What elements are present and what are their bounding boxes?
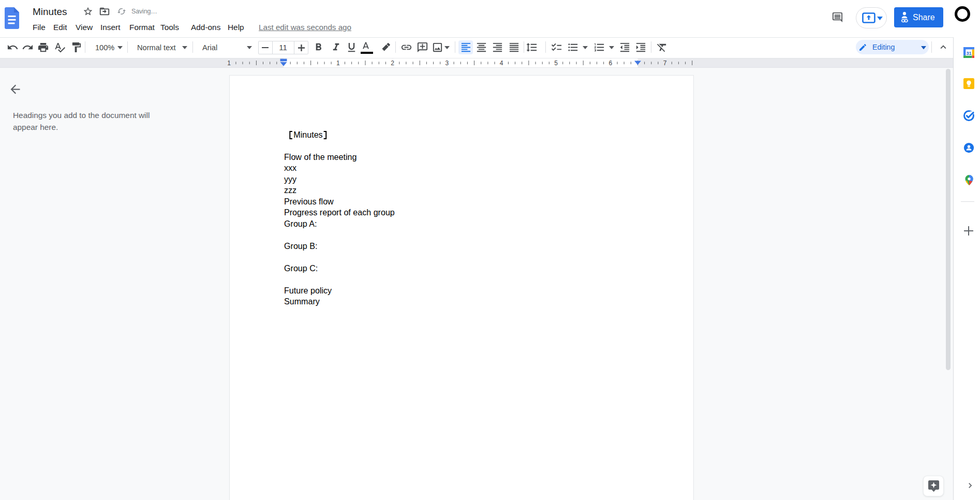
svg-text:31: 31 — [967, 51, 972, 56]
svg-text:1: 1 — [227, 60, 231, 67]
svg-text:3: 3 — [446, 60, 449, 67]
svg-text:7: 7 — [663, 60, 667, 67]
svg-text:5: 5 — [554, 60, 558, 67]
svg-text:4: 4 — [500, 60, 503, 67]
svg-text:6: 6 — [608, 60, 612, 67]
svg-text:1: 1 — [336, 60, 340, 67]
svg-text:2: 2 — [391, 60, 394, 67]
